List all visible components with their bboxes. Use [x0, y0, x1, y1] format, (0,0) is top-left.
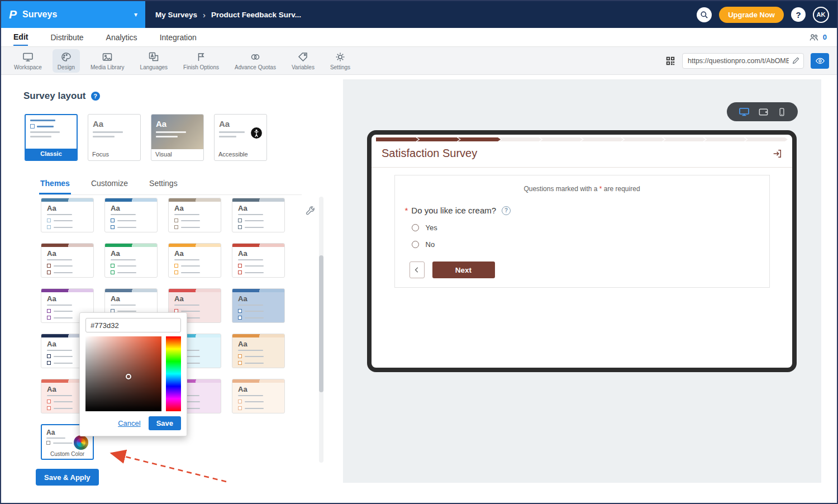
- theme-swatch-green[interactable]: Aa: [104, 243, 158, 278]
- theme-option-row: [47, 218, 88, 222]
- tab-edit[interactable]: Edit: [13, 28, 28, 46]
- radio-icon[interactable]: [412, 241, 419, 248]
- theme-sample-text: Aa: [174, 295, 215, 302]
- media-library-icon: [102, 51, 113, 63]
- theme-option-row: [238, 316, 279, 320]
- color-marker[interactable]: [126, 374, 131, 379]
- theme-line: [174, 259, 199, 260]
- help-button[interactable]: ?: [791, 7, 806, 22]
- color-picker-popup: Cancel Save: [79, 312, 187, 436]
- exit-survey-icon[interactable]: [772, 149, 782, 159]
- customize-theme-button[interactable]: [305, 206, 316, 216]
- theme-swatch-red[interactable]: Aa: [232, 243, 285, 278]
- back-button[interactable]: [410, 261, 425, 278]
- toolbar-item-design[interactable]: Design: [53, 49, 80, 73]
- theme-swatch-maroon[interactable]: Aa: [41, 243, 94, 278]
- app-switcher[interactable]: P Surveys ▾: [1, 1, 145, 28]
- theme-swatch-slate[interactable]: Aa: [232, 198, 285, 232]
- theme-stripe: [232, 289, 284, 292]
- theme-scrollbar[interactable]: [319, 197, 323, 463]
- theme-swatch-amber[interactable]: Aa: [232, 334, 285, 368]
- theme-sample-text: Aa: [174, 250, 215, 257]
- theme-option-row: [111, 218, 151, 222]
- tab-distribute[interactable]: Distribute: [50, 29, 83, 45]
- answer-option-yes[interactable]: Yes: [412, 224, 761, 232]
- upgrade-now-button[interactable]: Upgrade Now: [719, 7, 784, 23]
- layout-thumbnail-visual: Aa: [151, 115, 203, 149]
- theme-sample-text: Aa: [111, 205, 151, 212]
- topbar: P Surveys ▾ My Surveys › Product Feedbac…: [1, 1, 837, 28]
- theme-stripe: [169, 198, 221, 202]
- theme-swatch-peach[interactable]: Aa: [232, 379, 285, 413]
- theme-swatch-taupe[interactable]: Aa: [168, 198, 221, 232]
- theme-stripe: [41, 198, 93, 202]
- tab-theme-settings[interactable]: Settings: [148, 177, 179, 194]
- toolbar-label: Media Library: [91, 64, 125, 70]
- search-button[interactable]: [697, 7, 712, 22]
- question-help-icon[interactable]: ?: [502, 206, 511, 215]
- save-and-apply-button[interactable]: Save & Apply: [36, 469, 99, 486]
- hue-slider[interactable]: [166, 336, 181, 411]
- layout-label-focus: Focus: [88, 149, 140, 160]
- progress-segment: [540, 137, 583, 141]
- toolbar-item-languages[interactable]: Languages: [135, 49, 173, 73]
- edit-url-button[interactable]: [792, 56, 800, 65]
- next-button[interactable]: Next: [432, 261, 495, 278]
- theme-option-row: [174, 225, 215, 229]
- scrollbar-thumb[interactable]: [319, 255, 323, 392]
- required-star: *: [405, 206, 408, 215]
- tab-customize[interactable]: Customize: [90, 177, 129, 194]
- tab-integration[interactable]: Integration: [160, 29, 197, 45]
- picker-save-button[interactable]: Save: [149, 416, 181, 430]
- toolbar-item-advance-quotas[interactable]: Advance Quotas: [230, 49, 281, 73]
- layout-option-accessible[interactable]: Aa Accessible: [214, 114, 267, 161]
- finish-options-icon: [196, 51, 207, 63]
- theme-swatch-steel-blue[interactable]: Aa: [41, 198, 94, 232]
- eye-icon: [815, 56, 825, 66]
- tab-analytics[interactable]: Analytics: [106, 29, 137, 45]
- theme-sample-text: Aa: [47, 295, 88, 302]
- progress-segment: [622, 137, 664, 141]
- breadcrumb-my-surveys[interactable]: My Surveys: [155, 11, 197, 19]
- theme-swatch-blue-tint[interactable]: Aa: [232, 288, 285, 323]
- question-card: Questions marked with a * are required *…: [394, 175, 770, 288]
- theme-swatch-orange[interactable]: Aa: [168, 243, 221, 278]
- toolbar-item-media-library[interactable]: Media Library: [85, 49, 130, 73]
- mobile-preview-button[interactable]: [777, 107, 787, 117]
- layout-option-classic[interactable]: Classic: [25, 114, 78, 161]
- theme-swatch-blue[interactable]: Aa: [104, 198, 158, 232]
- toolbar-label: Variables: [292, 64, 315, 70]
- survey-header: Satisfaction Survey: [372, 141, 792, 168]
- survey-layout-help-icon[interactable]: ?: [91, 92, 100, 101]
- layout-option-focus[interactable]: Aa Focus: [88, 114, 141, 161]
- answer-option-no[interactable]: No: [412, 240, 761, 249]
- toolbar-item-settings[interactable]: Settings: [325, 49, 355, 73]
- workspace-icon: [22, 51, 34, 63]
- hex-color-input[interactable]: [85, 318, 181, 332]
- search-icon: [700, 11, 708, 19]
- radio-icon[interactable]: [412, 224, 419, 231]
- breadcrumb: My Surveys › Product Feedback Surv...: [155, 10, 301, 20]
- layout-option-visual[interactable]: Aa Visual: [151, 114, 204, 161]
- tab-themes[interactable]: Themes: [39, 177, 71, 194]
- collaborators[interactable]: 0: [809, 32, 827, 42]
- toolbar-item-variables[interactable]: Variables: [287, 49, 320, 73]
- theme-line: [238, 395, 263, 396]
- desktop-preview-button[interactable]: [739, 106, 750, 117]
- layout-thumbnail-classic: [26, 115, 77, 149]
- toolbar-item-workspace[interactable]: Workspace: [9, 49, 47, 73]
- tablet-preview-button[interactable]: [758, 107, 769, 117]
- theme-sample-text: Aa: [238, 340, 279, 348]
- progress-segment: [663, 137, 706, 141]
- preview-button[interactable]: [811, 53, 829, 69]
- theme-line: [238, 305, 263, 306]
- design-icon: [60, 51, 72, 63]
- picker-cancel-link[interactable]: Cancel: [118, 419, 140, 427]
- toolbar-item-finish-options[interactable]: Finish Options: [178, 49, 224, 73]
- qr-code-button[interactable]: [665, 56, 675, 66]
- avatar[interactable]: AK: [813, 7, 829, 23]
- saturation-brightness-area[interactable]: [85, 336, 161, 411]
- toolbar-label: Advance Quotas: [235, 64, 276, 70]
- answer-label: Yes: [426, 224, 437, 232]
- survey-url-input[interactable]: [682, 53, 804, 69]
